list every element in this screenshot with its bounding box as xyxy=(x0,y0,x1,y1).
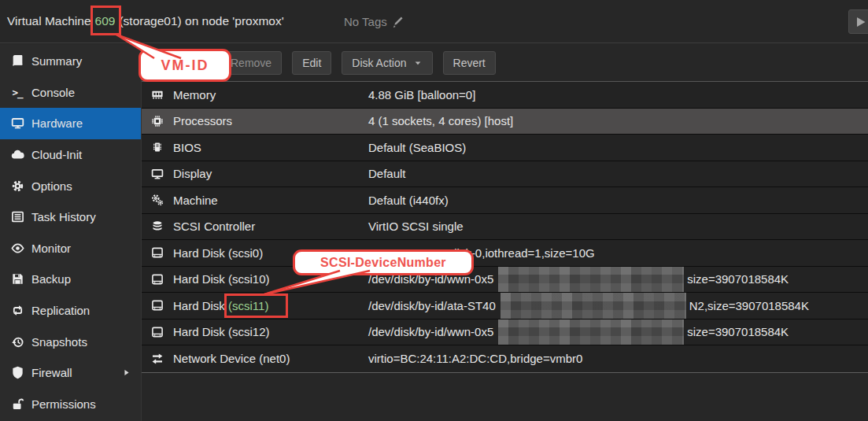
chevron-down-icon xyxy=(413,58,423,68)
page-title-suffix: (storage01) on node 'proxmox' xyxy=(119,14,283,28)
button-label: Revert xyxy=(453,57,486,69)
sidebar-item-options[interactable]: Options xyxy=(0,170,141,201)
cpu-icon xyxy=(148,115,167,127)
scsi-callout-label: SCSI-DeviceNumber xyxy=(320,256,446,270)
sidebar-item-snapshots[interactable]: Snapshots xyxy=(0,326,141,357)
tags-area: No Tags xyxy=(344,0,404,42)
terminal-icon: >_ xyxy=(8,87,27,98)
hdd-icon xyxy=(148,273,167,286)
sidebar-item-task-history[interactable]: Task History xyxy=(0,201,141,233)
row-value: virtio=BC:24:11:A2:DC:CD,bridge=vmbr0 xyxy=(368,345,582,372)
unlock-icon xyxy=(8,397,27,411)
row-value-text: Default (i440fx) xyxy=(368,194,449,207)
row-label: Display xyxy=(173,167,368,180)
sidebar-item-label: Monitor xyxy=(31,242,71,255)
disk-action-button[interactable]: Disk Action xyxy=(342,51,432,75)
page-title-prefix: Virtual Machine xyxy=(7,14,91,28)
hardware-row-machine[interactable]: MachineDefault (i440fx) xyxy=(142,187,868,214)
sidebar-item-label: Options xyxy=(31,179,72,193)
row-value: /dev/disk/by-id/ata-ST40N2,size=39070185… xyxy=(368,293,809,319)
book-icon xyxy=(8,54,27,68)
hardware-row-memory[interactable]: Memory4.88 GiB [balloon=0] xyxy=(142,82,868,109)
value-suffix: size=3907018584K xyxy=(687,325,789,338)
history-icon xyxy=(8,335,27,349)
sidebar-item-label: Task History xyxy=(31,210,96,223)
sidebar-item-label: Hardware xyxy=(31,116,83,130)
hardware-row-display[interactable]: DisplayDefault xyxy=(142,161,868,188)
row-label: Memory xyxy=(173,88,368,102)
redacted-blur xyxy=(500,293,686,319)
hdd-icon xyxy=(148,246,167,259)
sidebar-item-backup[interactable]: Backup xyxy=(0,264,141,295)
desktop-icon xyxy=(8,116,27,130)
sidebar-item-monitor[interactable]: Monitor xyxy=(0,233,141,264)
sidebar-item-cloud-init[interactable]: Cloud-Init xyxy=(0,139,141,171)
memory-icon xyxy=(148,88,167,101)
vm-id-callout-label: VM-ID xyxy=(161,57,209,74)
chevron-right-icon xyxy=(122,368,131,377)
list-icon xyxy=(8,210,27,223)
hardware-row-scsi-controller[interactable]: SCSI ControllerVirtIO SCSI single xyxy=(142,214,868,241)
row-value-text: 4 (1 sockets, 4 cores) [host] xyxy=(368,114,513,127)
row-value: Default xyxy=(368,161,406,187)
tags-label: No Tags xyxy=(344,15,387,28)
row-value-text: Default xyxy=(368,167,406,180)
sidebar-item-firewall[interactable]: Firewall xyxy=(0,357,141,389)
sidebar-item-label: Backup xyxy=(31,272,71,286)
button-label: Remove xyxy=(231,57,271,69)
sidebar: Summary>_ConsoleHardwareCloud-InitOption… xyxy=(0,44,142,421)
row-value: VirtIO SCSI single xyxy=(368,214,464,240)
sidebar-item-label: Cloud-Init xyxy=(31,148,82,161)
sidebar-item-replication[interactable]: Replication xyxy=(0,295,141,327)
row-label: Hard Disk (scsi12) xyxy=(173,325,368,338)
row-value-text: 4.88 GiB [balloon=0] xyxy=(368,88,475,102)
hardware-row-hard-disk-scsi0[interactable]: Hard Disk (scsi0)nvme0:vm-609-disk-0,iot… xyxy=(142,240,868,267)
sidebar-item-label: Summary xyxy=(31,54,82,68)
floppy-icon xyxy=(8,272,27,286)
redacted-blur xyxy=(498,319,684,345)
sidebar-item-label: Console xyxy=(31,86,75,99)
edit-button[interactable]: Edit xyxy=(292,51,331,75)
row-value: 4.88 GiB [balloon=0] xyxy=(368,82,475,108)
button-label: Edit xyxy=(302,57,321,69)
row-label: Processors xyxy=(173,114,368,127)
vm-id-callout: VM-ID xyxy=(139,49,231,82)
sidebar-item-label: Replication xyxy=(31,304,90,317)
hardware-row-hard-disk-scsi10[interactable]: Hard Disk (scsi10)/dev/disk/by-id/wwn-0x… xyxy=(142,267,868,294)
sidebar-item-hardware[interactable]: Hardware xyxy=(0,108,141,139)
row-value: Default (i440fx) xyxy=(368,187,449,213)
revert-button[interactable]: Revert xyxy=(443,51,496,75)
toolbar: RemoveEditDisk ActionRevert xyxy=(142,44,868,81)
sidebar-item-console[interactable]: >_Console xyxy=(0,77,141,109)
row-label: BIOS xyxy=(173,141,368,154)
row-value: /dev/disk/by-id/wwn-0x5size=3907018584K xyxy=(368,319,789,345)
hardware-row-processors[interactable]: Processors4 (1 sockets, 4 cores) [host] xyxy=(142,109,868,135)
sidebar-item-permissions[interactable]: Permissions xyxy=(0,389,141,420)
sidebar-item-summary[interactable]: Summary xyxy=(0,46,141,77)
sidebar-item-label: Permissions xyxy=(31,397,96,411)
start-vm-button[interactable] xyxy=(848,9,868,34)
row-label: Hard Disk (scsi11) xyxy=(173,299,368,312)
row-value: 4 (1 sockets, 4 cores) [host] xyxy=(368,109,513,135)
value-prefix: /dev/disk/by-id/wwn-0x5 xyxy=(368,325,493,338)
sidebar-item-label: Firewall xyxy=(31,366,72,379)
shield-icon xyxy=(8,366,27,379)
hardware-row-bios[interactable]: BIOSDefault (SeaBIOS) xyxy=(142,135,868,161)
value-suffix: size=3907018584K xyxy=(687,272,789,286)
cloud-icon xyxy=(8,148,27,161)
hardware-row-network-device-net0[interactable]: Network Device (net0)virtio=BC:24:11:A2:… xyxy=(142,345,868,372)
hdd-icon xyxy=(148,299,167,312)
redacted-blur xyxy=(498,267,684,293)
play-icon xyxy=(855,16,867,28)
hardware-row-hard-disk-scsi12[interactable]: Hard Disk (scsi12)/dev/disk/by-id/wwn-0x… xyxy=(142,319,868,346)
sidebar-item-label: Snapshots xyxy=(31,335,87,349)
scsi11-highlight: (scsi11) xyxy=(228,299,268,312)
row-value-text: virtio=BC:24:11:A2:DC:CD,bridge=vmbr0 xyxy=(368,352,582,365)
header-bar: Virtual Machine609(storage01) on node 'p… xyxy=(0,0,868,43)
row-label: Network Device (net0) xyxy=(173,352,368,365)
hardware-row-hard-disk-scsi11[interactable]: Hard Disk (scsi11)/dev/disk/by-id/ata-ST… xyxy=(142,293,868,319)
database-icon xyxy=(148,220,167,233)
gears-icon xyxy=(148,194,167,206)
button-label: Disk Action xyxy=(352,57,406,69)
pencil-icon[interactable] xyxy=(392,16,404,28)
